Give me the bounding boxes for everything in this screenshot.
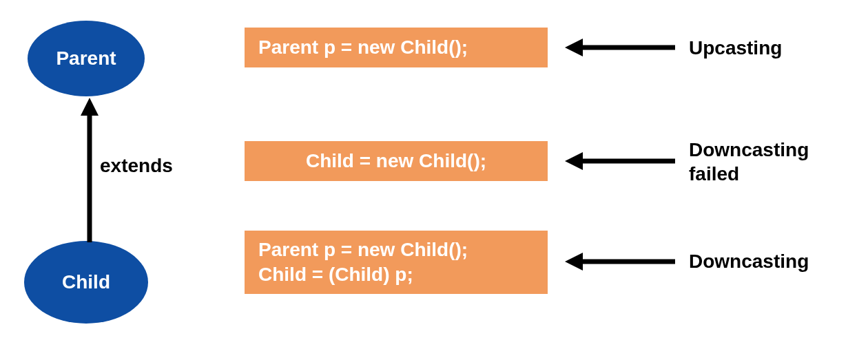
- downcasting-failed-label: Downcasting failed: [689, 138, 809, 186]
- svg-marker-3: [565, 39, 583, 56]
- child-class-label: Child: [62, 271, 110, 293]
- downcasting-failed-label-line2: failed: [689, 163, 739, 184]
- svg-marker-7: [565, 253, 583, 271]
- extends-label: extends: [100, 155, 173, 177]
- downcasting-failed-arrow-icon: [565, 151, 675, 171]
- parent-class-node: Parent: [28, 21, 145, 96]
- upcasting-code-box: Parent p = new Child();: [245, 28, 548, 67]
- downcasting-code-line1: Parent p = new Child();: [258, 237, 534, 262]
- svg-marker-1: [81, 98, 99, 116]
- svg-marker-5: [565, 152, 583, 170]
- downcasting-arrow-icon: [565, 251, 675, 272]
- extends-arrow-icon: [79, 98, 100, 246]
- downcasting-code-line2: Child = (Child) p;: [258, 262, 534, 287]
- upcasting-arrow-icon: [565, 37, 675, 58]
- downcasting-code-box: Parent p = new Child(); Child = (Child) …: [245, 231, 548, 294]
- downcasting-failed-code-text: Child = new Child();: [306, 149, 486, 173]
- downcasting-failed-code-box: Child = new Child();: [245, 141, 548, 181]
- upcasting-code-text: Parent p = new Child();: [258, 35, 534, 60]
- downcasting-label: Downcasting: [689, 249, 809, 273]
- downcasting-failed-label-line1: Downcasting: [689, 139, 809, 160]
- upcasting-label: Upcasting: [689, 36, 782, 60]
- child-class-node: Child: [24, 241, 148, 324]
- parent-class-label: Parent: [56, 47, 116, 70]
